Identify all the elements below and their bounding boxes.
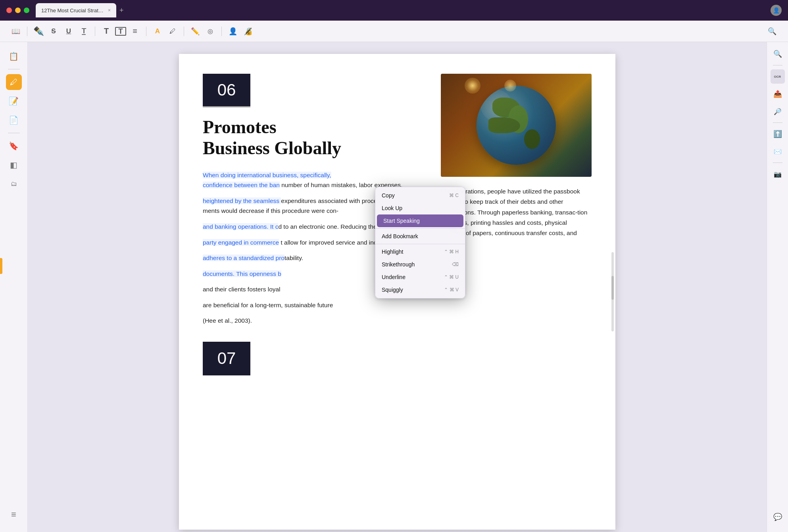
textbox-icon[interactable]: T	[115, 27, 126, 36]
menu-item-squiggly-label: Squiggly	[382, 287, 403, 293]
right-sidebar-comment[interactable]: 💬	[771, 510, 785, 524]
main-layout: 📋 🖊 📝 📄 🔖 ◧ 🗂 ≡ 06 PromotesBusiness Glob…	[0, 42, 788, 532]
sidebar-item-reader[interactable]: 📋	[6, 48, 22, 64]
strikethrough-icon[interactable]: S	[47, 25, 60, 38]
right-sidebar-share[interactable]: ⬆️	[771, 127, 785, 141]
chapter-06-title: PromotesBusiness Globally	[203, 117, 425, 159]
body-text-normal-7: are beneficial for a long-term, sustaina…	[203, 302, 333, 308]
pen-tool-icon[interactable]: ✏️	[189, 25, 202, 38]
sidebar-item-pages[interactable]: 📄	[6, 112, 22, 128]
body-text-normal-8: (Hee et al., 2003).	[203, 317, 252, 324]
right-sidebar-export[interactable]: 📤	[771, 87, 785, 101]
context-menu-separator-1	[375, 228, 465, 229]
toolbar-separator-5	[221, 27, 222, 36]
chapter-07-box: 07	[203, 342, 250, 375]
maximize-button[interactable]	[24, 8, 29, 13]
menu-item-highlight-shortcut: ⌃ ⌘ H	[444, 249, 459, 255]
avatar[interactable]: 👤	[771, 5, 782, 16]
globe-sphere	[477, 86, 556, 165]
menu-item-bookmark[interactable]: Add Bookmark	[375, 230, 465, 243]
new-tab-button[interactable]: +	[119, 7, 124, 14]
menu-item-bookmark-label: Add Bookmark	[382, 233, 418, 239]
chapter-06-box: 06	[203, 74, 250, 107]
menu-item-underline[interactable]: Underline ⌃ ⌘ U	[375, 271, 465, 283]
toolbar-separator-1	[27, 27, 27, 36]
text-underline-icon[interactable]: T̲	[77, 25, 90, 38]
selected-text-4: party engaged in commerce	[203, 239, 279, 246]
sidebar-item-annotation[interactable]: 📝	[6, 93, 22, 109]
sidebar-item-more[interactable]: ≡	[6, 507, 22, 522]
right-sidebar-separator-3	[773, 163, 782, 163]
background-color-icon[interactable]: 🖊	[166, 25, 179, 38]
body-text-normal-6: and their clients fosters loyal	[203, 286, 281, 293]
menu-item-highlight-label: Highlight	[382, 249, 403, 255]
right-sidebar-search-pdf[interactable]: 🔎	[771, 104, 785, 119]
toolbar: 📖 ✒️ S U T̲ T T ≡ A 🖊 ✏️ ◎ 👤 🔏 🔍	[0, 21, 788, 42]
list-icon[interactable]: ≡	[129, 25, 141, 38]
right-sidebar-camera[interactable]: 📷	[771, 167, 785, 181]
sidebar-item-layers[interactable]: ◧	[6, 157, 22, 173]
context-menu-separator-2	[375, 244, 465, 244]
traffic-lights	[6, 8, 29, 13]
toolbar-separator-2	[95, 27, 95, 36]
pdf-page: 06 PromotesBusiness Globally When doing …	[179, 54, 615, 530]
menu-item-speak-label: Start Speaking	[383, 218, 420, 224]
menu-item-highlight[interactable]: Highlight ⌃ ⌘ H	[375, 245, 465, 258]
menu-item-lookup-label: Look Up	[382, 205, 402, 211]
sidebar-item-stamp[interactable]: 🗂	[6, 176, 22, 192]
selected-text-3: and banking operations. It c	[203, 223, 278, 230]
menu-item-strikethrough-shortcut: ⌫	[452, 262, 459, 267]
globe-land-americas	[488, 117, 520, 133]
pen-icon[interactable]: ✒️	[32, 25, 45, 38]
selected-text-highlighted: heightened by the seamless	[203, 197, 281, 204]
menu-item-lookup[interactable]: Look Up	[375, 202, 465, 214]
scrollbar-thumb[interactable]	[611, 276, 614, 300]
tab-title: 12The Most Crucial Strate...	[41, 8, 105, 13]
close-button[interactable]	[6, 8, 12, 13]
menu-item-squiggly[interactable]: Squiggly ⌃ ⌘ V	[375, 283, 465, 296]
text-icon[interactable]: T	[100, 25, 113, 38]
right-sidebar-separator-1	[773, 65, 782, 65]
stamp-icon[interactable]: 🔏	[242, 25, 254, 38]
right-sidebar: 🔍 OCR 📤 🔎 ⬆️ ✉️ 📷 💬	[767, 42, 788, 532]
left-sidebar: 📋 🖊 📝 📄 🔖 ◧ 🗂 ≡	[0, 42, 28, 532]
content-area: 06 PromotesBusiness Globally When doing …	[28, 42, 767, 532]
context-menu: Copy ⌘ C Look Up Start Speaking Add Book…	[375, 187, 465, 299]
right-sidebar-separator-2	[773, 122, 782, 123]
active-tab[interactable]: 12The Most Crucial Strate... ×	[36, 3, 116, 17]
toolbar-separator-3	[146, 27, 146, 36]
highlight-color-icon[interactable]: A	[151, 25, 164, 38]
menu-item-speak[interactable]: Start Speaking	[377, 214, 463, 227]
minimize-button[interactable]	[15, 8, 21, 13]
titlebar: 12The Most Crucial Strate... × + 👤	[0, 0, 788, 21]
menu-item-underline-label: Underline	[382, 274, 406, 280]
sidebar-item-bookmarks[interactable]: 🔖	[6, 138, 22, 154]
globe-image	[441, 74, 592, 177]
menu-item-copy[interactable]: Copy ⌘ C	[375, 189, 465, 202]
selected-text-5: adheres to a standardized pro	[203, 255, 284, 261]
menu-item-underline-shortcut: ⌃ ⌘ U	[444, 274, 459, 280]
chapter-07-number: 07	[217, 349, 236, 368]
circle-tool-icon[interactable]: ◎	[204, 25, 217, 38]
underline-icon[interactable]: U	[62, 25, 75, 38]
chapter-06-number: 06	[217, 80, 236, 100]
left-accent	[0, 258, 2, 274]
menu-item-strikethrough-label: Strikethrough	[382, 261, 415, 268]
person-icon[interactable]: 👤	[227, 25, 239, 38]
scrollbar-track[interactable]	[611, 252, 614, 331]
right-sidebar-search[interactable]: 🔍	[771, 47, 785, 61]
reader-icon[interactable]: 📖	[10, 25, 22, 38]
selected-text-6: documents. This openness b	[203, 270, 281, 277]
sidebar-separator-2	[8, 133, 20, 133]
sidebar-item-highlight[interactable]: 🖊	[6, 74, 22, 90]
globe-land-asia	[524, 129, 540, 149]
menu-item-strikethrough[interactable]: Strikethrough ⌫	[375, 258, 465, 271]
body-text-normal-5: tability.	[284, 255, 303, 261]
sidebar-separator-1	[8, 69, 20, 69]
right-sidebar-email[interactable]: ✉️	[771, 144, 785, 159]
menu-item-squiggly-shortcut: ⌃ ⌘ V	[444, 287, 459, 293]
tab-close-button[interactable]: ×	[108, 8, 111, 13]
menu-item-copy-shortcut: ⌘ C	[449, 193, 459, 198]
right-sidebar-ocr[interactable]: OCR	[771, 69, 785, 84]
search-icon[interactable]: 🔍	[766, 25, 778, 38]
